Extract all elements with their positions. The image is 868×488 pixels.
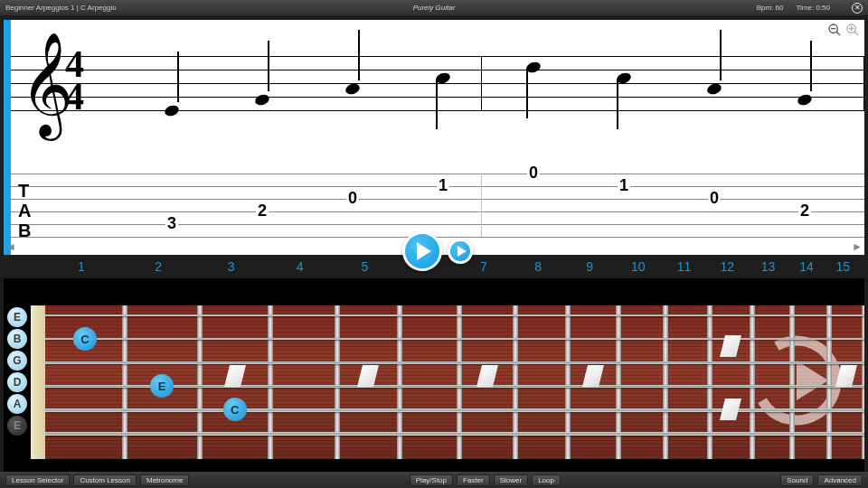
open-string[interactable]: B [7, 329, 27, 349]
top-bar: Beginner Arpeggios 1 | C Arpeggio Purely… [0, 0, 868, 16]
fret-wire [457, 305, 462, 459]
fret-wire [197, 305, 203, 459]
fret-number: 4 [267, 259, 334, 274]
music-staff: 𝄞 4 4 [11, 56, 864, 110]
fret-wire [268, 305, 273, 459]
fret-wire [122, 305, 127, 459]
fret-wire [513, 305, 518, 459]
loop-button[interactable]: Loop [532, 474, 561, 486]
open-string[interactable]: G [7, 351, 27, 371]
app-logo: Purely Guitar [413, 4, 456, 12]
string [45, 432, 864, 436]
open-string[interactable]: E [7, 416, 27, 436]
fret-number: 12 [706, 259, 748, 274]
fret-wire [862, 305, 864, 459]
zoom-in-button[interactable] [844, 22, 861, 38]
advanced-button[interactable]: Advanced [817, 474, 863, 486]
faster-button[interactable]: Faster [457, 474, 490, 486]
fret-number: 14 [788, 259, 825, 274]
time-signature: 4 4 [65, 48, 84, 113]
fret-wire [616, 305, 621, 459]
tab-number: 0 [527, 164, 540, 183]
tab-staff: TAB32010102 [11, 174, 864, 237]
scroll-left-button[interactable]: ◄ [5, 240, 16, 253]
fret-wire [750, 305, 755, 459]
fretted-note[interactable]: C [73, 327, 97, 351]
fret-inlay [476, 365, 498, 387]
play-stop-button[interactable]: Play/Stop [410, 474, 453, 486]
fret-inlay [835, 365, 857, 387]
tab-letter: A [18, 201, 31, 221]
fret-number: 9 [564, 259, 614, 274]
fret-wire [397, 305, 402, 459]
svg-marker-8 [797, 361, 828, 400]
tab-number: 2 [798, 202, 811, 221]
tab-letter: B [18, 221, 31, 241]
play-half-speed-button[interactable] [448, 239, 473, 264]
svg-line-1 [836, 32, 840, 35]
position-marker [4, 20, 11, 255]
sound-button[interactable]: Sound [780, 474, 814, 486]
tab-number: 0 [346, 189, 359, 208]
fret-inlay [582, 365, 604, 387]
fret-number: 8 [512, 259, 565, 274]
fret-number: 2 [121, 259, 196, 274]
bottom-bar: Lesson SelectorCustom LessonMetronome Pl… [0, 472, 868, 488]
string [45, 314, 864, 316]
fret-number: 15 [826, 259, 861, 274]
tab-number: 0 [708, 189, 721, 208]
fret-wire [335, 305, 340, 459]
bpm-label: Bpm: 60 [757, 4, 784, 12]
tab-number: 1 [618, 176, 630, 195]
lesson-selector-button[interactable]: Lesson Selector [5, 474, 70, 486]
fretted-note[interactable]: E [150, 374, 174, 398]
string [45, 338, 864, 340]
zoom-out-button[interactable] [826, 22, 843, 38]
slower-button[interactable]: Slower [494, 474, 528, 486]
fret-wire [826, 305, 832, 459]
scroll-right-button[interactable]: ► [852, 240, 863, 253]
fret-number: 3 [196, 259, 267, 274]
tab-letter: T [18, 181, 29, 202]
open-string[interactable]: A [7, 394, 27, 414]
nut [31, 305, 45, 459]
tab-number: 1 [437, 176, 449, 195]
fret-inlay [720, 335, 741, 357]
fret-number: 5 [333, 259, 396, 274]
fret-number: 1 [42, 259, 121, 274]
open-string[interactable]: D [7, 372, 27, 392]
close-button[interactable]: ✕ [852, 3, 863, 14]
notation-panel: 𝄞 4 4 TAB32010102 ◄ ► [4, 20, 864, 255]
fret-wire [707, 305, 712, 459]
fret-number: 11 [662, 259, 706, 274]
fret-inlay [720, 399, 741, 420]
tab-number: 2 [256, 202, 269, 221]
fretboard[interactable]: EBGDAE CEC [4, 278, 864, 472]
play-button[interactable] [402, 231, 442, 271]
svg-line-4 [854, 32, 858, 35]
fret-wire [663, 305, 668, 459]
fretted-note[interactable]: C [223, 398, 247, 421]
fret-inlay [357, 365, 379, 387]
fret-inlay [224, 365, 246, 387]
open-string[interactable]: E [7, 307, 27, 327]
tab-number: 3 [165, 214, 178, 233]
fret-number: 10 [615, 259, 662, 274]
fret-wire [565, 305, 571, 459]
lesson-title: Beginner Arpeggios 1 | C Arpeggio [5, 4, 117, 12]
metronome-button[interactable]: Metronome [140, 474, 189, 486]
time-label: Time: 0:50 [797, 4, 831, 12]
custom-lesson-button[interactable]: Custom Lesson [73, 474, 137, 486]
string [45, 361, 864, 364]
string [45, 408, 864, 412]
fret-wire [789, 305, 795, 459]
fret-number: 13 [749, 259, 788, 274]
